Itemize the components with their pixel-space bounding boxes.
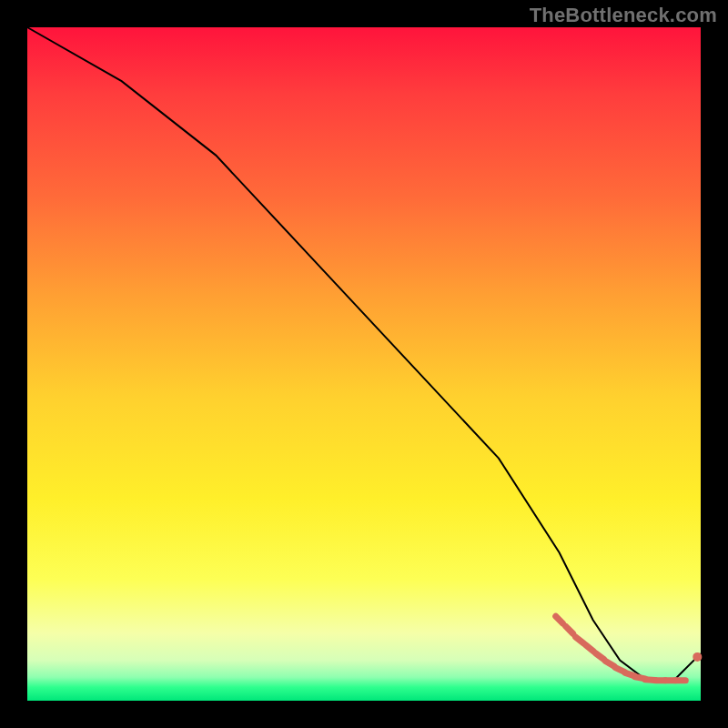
dash-marker bbox=[576, 637, 584, 643]
dash-marker bbox=[605, 662, 613, 667]
black-curve bbox=[27, 27, 701, 681]
watermark-text: TheBottleneck.com bbox=[530, 4, 717, 27]
end-dot bbox=[693, 652, 702, 662]
markers-dashed bbox=[556, 616, 686, 681]
chart-frame: TheBottleneck.com bbox=[0, 0, 728, 728]
chart-svg bbox=[27, 27, 701, 701]
plot-area bbox=[27, 27, 701, 701]
dash-marker bbox=[556, 616, 563, 623]
dash-marker bbox=[596, 653, 604, 660]
dash-marker bbox=[566, 626, 573, 633]
dash-marker bbox=[586, 645, 594, 652]
